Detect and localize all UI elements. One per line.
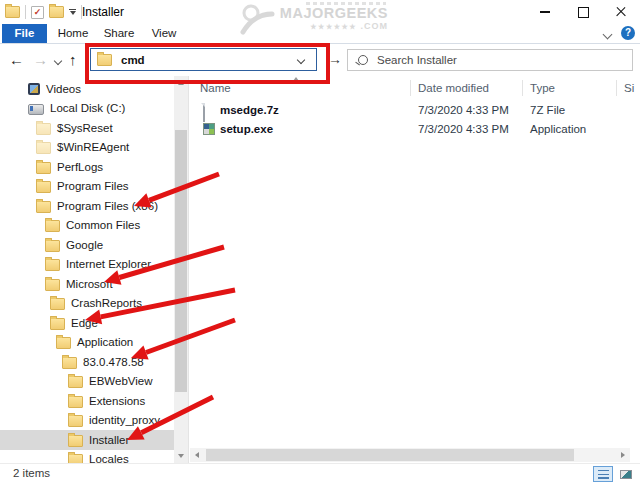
window-controls bbox=[526, 0, 640, 24]
scroll-right-icon[interactable] bbox=[621, 452, 625, 458]
new-folder-icon[interactable] bbox=[49, 6, 64, 18]
tree-item-crashreports[interactable]: CrashReports bbox=[0, 294, 188, 314]
sort-ascending-icon bbox=[293, 77, 299, 81]
folder-icon bbox=[45, 240, 60, 252]
status-bar: 2 items bbox=[0, 463, 640, 483]
address-folder-icon bbox=[97, 54, 112, 66]
tree-item-label: 83.0.478.58 bbox=[83, 356, 144, 368]
tree-vertical-scrollbar[interactable] bbox=[174, 76, 188, 463]
tree-item-program-files[interactable]: Program Files bbox=[0, 177, 188, 197]
file-list-pane: Name Date modified Type Si msedge.7z7/3/… bbox=[189, 76, 640, 463]
tree-item-internet-explorer[interactable]: Internet Explorer bbox=[0, 255, 188, 275]
videos-icon bbox=[28, 83, 40, 95]
tree-item-local-disk-c[interactable]: Local Disk (C:) bbox=[0, 99, 188, 119]
tree-item-installer[interactable]: Installer bbox=[0, 430, 174, 450]
file-pane-horizontal-scrollbar[interactable] bbox=[190, 448, 630, 462]
tree-item-winreagent[interactable]: $WinREAgent bbox=[0, 138, 188, 158]
item-count: 2 items bbox=[13, 464, 50, 483]
column-header-name[interactable]: Name bbox=[200, 78, 231, 98]
tree-item-ebwebview[interactable]: EBWebView bbox=[0, 372, 188, 392]
tree-item-microsoft[interactable]: Microsoft bbox=[0, 274, 188, 294]
folder-icon bbox=[45, 259, 60, 271]
tree-item-application[interactable]: Application bbox=[0, 333, 188, 353]
column-separator[interactable] bbox=[616, 80, 617, 96]
column-header-date-modified[interactable]: Date modified bbox=[418, 78, 489, 98]
scrollbar-thumb[interactable] bbox=[175, 130, 187, 392]
column-header-size[interactable]: Si bbox=[624, 78, 634, 98]
expand-ribbon-chevron-icon[interactable] bbox=[603, 30, 613, 40]
file-row-setup-exe[interactable]: setup.exe7/3/2020 4:33 PMApplication bbox=[189, 120, 640, 139]
tree-item-label: Videos bbox=[46, 83, 81, 95]
tree-item-label: Locales bbox=[89, 453, 129, 463]
folder-icon bbox=[36, 201, 51, 213]
tree-item-83-0-478-58[interactable]: 83.0.478.58 bbox=[0, 352, 188, 372]
close-button[interactable] bbox=[602, 0, 640, 24]
maximize-icon bbox=[578, 7, 589, 18]
tab-view[interactable]: View bbox=[146, 24, 182, 43]
tree-item-locales[interactable]: Locales bbox=[0, 450, 188, 464]
search-input[interactable] bbox=[375, 53, 632, 67]
scroll-up-icon[interactable] bbox=[178, 81, 184, 85]
tab-share[interactable]: Share bbox=[100, 24, 138, 43]
drive-icon bbox=[28, 104, 44, 115]
up-button[interactable]: ↑ bbox=[69, 44, 77, 76]
file-rows: msedge.7z7/3/2020 4:33 PM7Z Filesetup.ex… bbox=[189, 101, 640, 138]
tree-item-common-files[interactable]: Common Files bbox=[0, 216, 188, 236]
navigation-tree-pane: VideosLocal Disk (C:)$SysReset$WinREAgen… bbox=[0, 76, 188, 463]
tree-item-sysreset[interactable]: $SysReset bbox=[0, 118, 188, 138]
app-file-icon bbox=[203, 123, 215, 135]
details-view-button[interactable] bbox=[593, 466, 613, 482]
search-box[interactable] bbox=[347, 49, 633, 71]
tree-item-videos[interactable]: Videos bbox=[0, 79, 188, 99]
help-button[interactable]: ? bbox=[621, 26, 635, 40]
folder-icon bbox=[68, 396, 83, 408]
content-area: VideosLocal Disk (C:)$SysReset$WinREAgen… bbox=[0, 76, 640, 463]
search-icon bbox=[358, 55, 368, 65]
minimize-button[interactable] bbox=[526, 0, 564, 24]
navigation-toolbar: ← → ↑ cmd → bbox=[0, 44, 640, 76]
column-header-type[interactable]: Type bbox=[530, 78, 555, 98]
scrollbar-thumb[interactable] bbox=[206, 449, 574, 461]
customize-qat-chevron-icon[interactable] bbox=[69, 9, 76, 16]
address-input[interactable]: cmd bbox=[121, 54, 145, 66]
scroll-left-icon[interactable] bbox=[195, 452, 199, 458]
folder-icon bbox=[50, 298, 65, 310]
explorer-window: ✓ Installer File Home Share View ? ← → ↑… bbox=[0, 0, 640, 483]
tree-item-label: PerfLogs bbox=[57, 161, 103, 173]
scroll-down-icon[interactable] bbox=[178, 454, 184, 458]
forward-button[interactable]: → bbox=[33, 44, 48, 76]
tree-item-program-files-x86[interactable]: Program Files (x86) bbox=[0, 196, 188, 216]
tree-item-label: Google bbox=[66, 239, 103, 251]
separator bbox=[25, 5, 26, 19]
address-bar[interactable]: cmd bbox=[90, 48, 317, 71]
tree-item-edge[interactable]: Edge bbox=[0, 313, 188, 333]
folder-icon bbox=[56, 337, 71, 349]
maximize-button[interactable] bbox=[564, 0, 602, 24]
window-title: Installer bbox=[82, 0, 124, 24]
file-row-msedge-7z[interactable]: msedge.7z7/3/2020 4:33 PM7Z File bbox=[189, 101, 640, 120]
tab-file[interactable]: File bbox=[2, 24, 47, 43]
file-date-modified: 7/3/2020 4:33 PM bbox=[418, 120, 509, 139]
tree-item-label: $WinREAgent bbox=[57, 141, 129, 153]
tree-item-perflogs[interactable]: PerfLogs bbox=[0, 157, 188, 177]
large-icons-view-button[interactable] bbox=[616, 466, 636, 482]
file-date-modified: 7/3/2020 4:33 PM bbox=[418, 101, 509, 120]
tab-home[interactable]: Home bbox=[56, 24, 90, 43]
title-bar: ✓ Installer bbox=[0, 0, 640, 24]
properties-check-icon[interactable]: ✓ bbox=[31, 6, 44, 19]
column-separator[interactable] bbox=[522, 80, 523, 96]
tree-item-label: EBWebView bbox=[89, 375, 153, 387]
large-icons-view-icon bbox=[620, 470, 632, 479]
address-dropdown-chevron-icon[interactable] bbox=[297, 56, 305, 64]
tree-item-google[interactable]: Google bbox=[0, 235, 188, 255]
back-button[interactable]: ← bbox=[9, 44, 24, 76]
folder-icon bbox=[62, 357, 77, 369]
details-view-icon bbox=[598, 470, 609, 479]
tree-item-extensions[interactable]: Extensions bbox=[0, 391, 188, 411]
folder-icon bbox=[68, 415, 83, 427]
column-separator[interactable] bbox=[410, 80, 411, 96]
recent-locations-chevron-icon[interactable] bbox=[54, 57, 62, 65]
file-type: 7Z File bbox=[530, 101, 565, 120]
tree-item-identity-proxy[interactable]: identity_proxy bbox=[0, 411, 188, 431]
go-to-button[interactable]: → bbox=[328, 44, 342, 76]
